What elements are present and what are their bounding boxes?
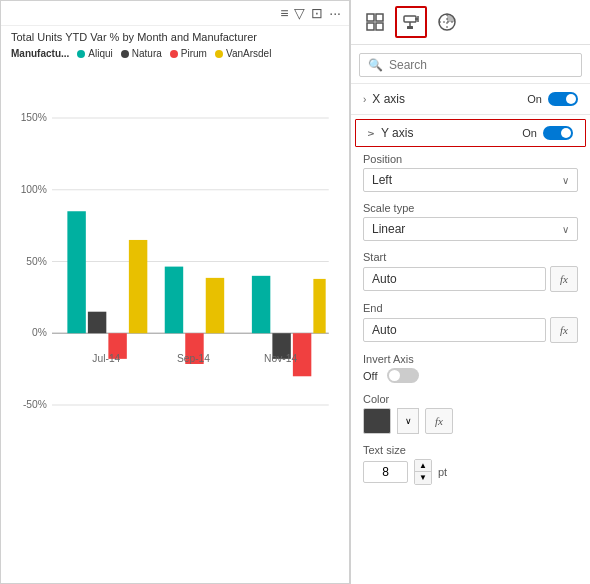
filter-icon[interactable]: ▽ [294, 5, 305, 21]
legend-item-vanarsdel: VanArsdel [215, 48, 271, 59]
color-dropdown-button[interactable]: ∨ [397, 408, 419, 434]
y-axis-toggle-container[interactable]: On [522, 126, 573, 140]
end-input-group: fx [363, 317, 578, 343]
divider-1 [351, 83, 590, 84]
svg-text:Nov-14: Nov-14 [264, 353, 297, 364]
position-value: Left [372, 173, 392, 187]
bar-sep-vanarsdel [206, 278, 224, 333]
paint-roller-icon [401, 12, 421, 32]
svg-text:150%: 150% [21, 112, 47, 123]
search-input[interactable] [389, 58, 573, 72]
chart-title: Total Units YTD Var % by Month and Manuf… [1, 26, 349, 46]
legend-label-aliqui: Aliqui [88, 48, 112, 59]
chart-legend: Manufactu... Aliqui Natura Pirum VanArsd… [1, 46, 349, 63]
legend-dot-natura [121, 50, 129, 58]
x-axis-chevron: › [363, 94, 366, 105]
y-axis-label: Y axis [381, 126, 413, 140]
svg-rect-18 [404, 16, 416, 22]
color-swatch[interactable] [363, 408, 391, 434]
svg-rect-16 [367, 23, 374, 30]
legend-label-pirum: Pirum [181, 48, 207, 59]
svg-text:100%: 100% [21, 184, 47, 195]
svg-text:Sep-14: Sep-14 [177, 353, 210, 364]
fields-icon [365, 12, 385, 32]
format-tabs [351, 0, 590, 45]
chart-svg: 150% 100% 50% 0% -50% [11, 63, 339, 573]
legend-item-pirum: Pirum [170, 48, 207, 59]
x-axis-left: › X axis [363, 92, 405, 106]
x-axis-toggle[interactable] [548, 92, 578, 106]
position-group: Position Left ∨ [363, 153, 578, 192]
y-axis-section-header[interactable]: ∧ Y axis On [355, 119, 586, 147]
bar-sep-aliqui [165, 267, 183, 334]
svg-text:-50%: -50% [23, 399, 47, 410]
fields-tab[interactable] [359, 6, 391, 38]
bar-jul-natura [88, 312, 106, 334]
color-fx-button[interactable]: fx [425, 408, 453, 434]
chart-area: 150% 100% 50% 0% -50% [1, 63, 349, 583]
svg-text:50%: 50% [26, 256, 47, 267]
more-icon[interactable]: ··· [329, 5, 341, 21]
text-size-controls: ▲ ▼ pt [363, 459, 578, 485]
position-label: Position [363, 153, 578, 165]
invert-axis-toggle-group: Off [363, 368, 578, 383]
bar-jul-aliqui [67, 212, 85, 334]
text-size-group: Text size ▲ ▼ pt [363, 444, 578, 485]
x-axis-label: X axis [372, 92, 405, 106]
analytics-tab[interactable] [431, 6, 463, 38]
text-size-input[interactable] [363, 461, 408, 483]
end-input[interactable] [363, 318, 546, 342]
x-axis-toggle-container[interactable]: On [527, 92, 578, 106]
scale-type-label: Scale type [363, 202, 578, 214]
format-paint-tab[interactable] [395, 6, 427, 38]
svg-text:0%: 0% [32, 328, 47, 339]
svg-rect-20 [407, 26, 413, 29]
svg-text:Jul-14: Jul-14 [92, 353, 120, 364]
format-panel: 🔍 › X axis On ∧ Y axis On Position [350, 0, 590, 584]
x-axis-section-header[interactable]: › X axis On [351, 86, 590, 112]
divider-2 [351, 114, 590, 115]
expand-icon[interactable]: ⊡ [311, 5, 323, 21]
position-select[interactable]: Left ∨ [363, 168, 578, 192]
text-size-up-button[interactable]: ▲ [415, 460, 431, 472]
legend-item-natura: Natura [121, 48, 162, 59]
start-input[interactable] [363, 267, 546, 291]
y-axis-toggle-label: On [522, 127, 537, 139]
end-label: End [363, 302, 578, 314]
y-axis-left: ∧ Y axis [368, 126, 413, 140]
start-group: Start fx [363, 251, 578, 292]
legend-prefix: Manufactu... [11, 48, 69, 59]
svg-rect-15 [376, 14, 383, 21]
search-container[interactable]: 🔍 [359, 53, 582, 77]
analytics-icon [437, 12, 457, 32]
color-label: Color [363, 393, 578, 405]
scale-type-select[interactable]: Linear ∨ [363, 217, 578, 241]
start-fx-button[interactable]: fx [550, 266, 578, 292]
invert-axis-value: Off [363, 370, 377, 382]
end-fx-button[interactable]: fx [550, 317, 578, 343]
svg-rect-17 [376, 23, 383, 30]
legend-item-aliqui: Aliqui [77, 48, 112, 59]
hamburger-icon[interactable]: ≡ [280, 5, 288, 21]
scale-type-group: Scale type Linear ∨ [363, 202, 578, 241]
color-selector: ∨ fx [363, 408, 578, 434]
invert-axis-label: Invert Axis [363, 353, 578, 365]
end-group: End fx [363, 302, 578, 343]
start-input-group: fx [363, 266, 578, 292]
invert-axis-toggle[interactable] [387, 368, 419, 383]
legend-label-natura: Natura [132, 48, 162, 59]
position-chevron-icon: ∨ [562, 175, 569, 186]
svg-rect-14 [367, 14, 374, 21]
legend-dot-vanarsdel [215, 50, 223, 58]
chart-panel: ≡ ▽ ⊡ ··· Total Units YTD Var % by Month… [0, 0, 350, 584]
color-group: Color ∨ fx [363, 393, 578, 434]
scale-type-value: Linear [372, 222, 405, 236]
start-label: Start [363, 251, 578, 263]
y-axis-toggle[interactable] [543, 126, 573, 140]
text-size-spinner: ▲ ▼ [414, 459, 432, 485]
text-size-down-button[interactable]: ▼ [415, 472, 431, 484]
bar-jul-vanarsdel [129, 240, 147, 333]
y-axis-chevron: ∧ [366, 130, 377, 137]
x-axis-toggle-label: On [527, 93, 542, 105]
bar-nov-vanarsdel [313, 279, 325, 333]
